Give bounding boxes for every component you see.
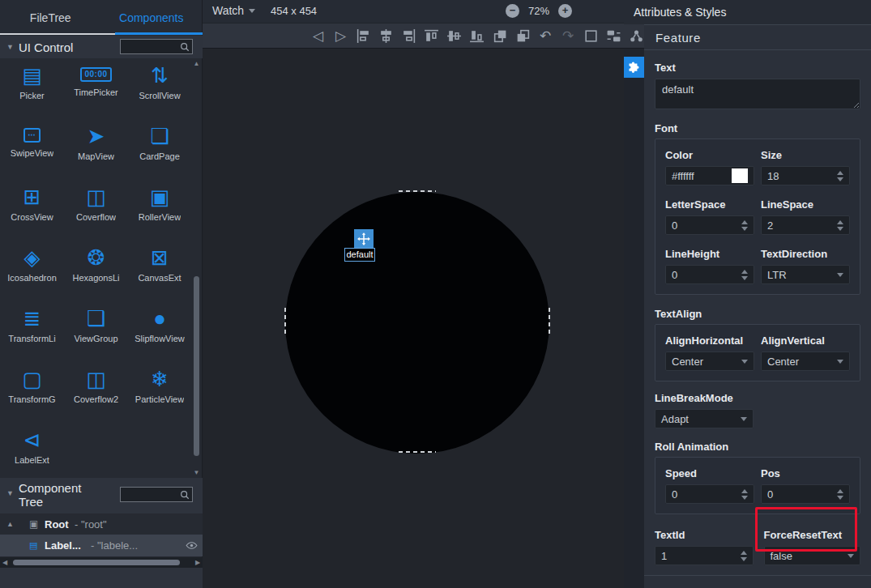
alignvertical-dropdown[interactable]: Center bbox=[761, 352, 850, 371]
palette-item-particleview[interactable]: ❄ParticleView bbox=[128, 362, 191, 423]
palette-item-timepicker[interactable]: 00:00TimePicker bbox=[64, 58, 128, 119]
align-bottom-icon[interactable] bbox=[469, 28, 485, 44]
collapse-triangle-icon[interactable]: ▼ bbox=[6, 489, 14, 497]
palette-item-hexagonsli[interactable]: ❂HexagonsLi bbox=[64, 241, 128, 301]
text-input[interactable]: default bbox=[655, 79, 860, 109]
palette-item-swipeview[interactable]: ⋯SwipeView bbox=[0, 119, 64, 180]
palette-item-transformg[interactable]: ▢TransformG bbox=[0, 362, 64, 423]
nav-prev-icon[interactable]: ◁ bbox=[310, 28, 326, 44]
tree-row-label[interactable]: ▤ Label... - "labele... bbox=[0, 535, 203, 556]
palette-item-picker[interactable]: ▤Picker bbox=[0, 58, 64, 119]
pos-spinner[interactable]: 0 bbox=[761, 484, 850, 504]
palette-scrollbar[interactable]: ▲ ▼ bbox=[192, 59, 201, 477]
letterspace-spinner[interactable]: 0 bbox=[665, 215, 754, 235]
rollerview-icon: ▣ bbox=[150, 181, 170, 212]
send-to-back-icon[interactable] bbox=[515, 28, 531, 44]
pos-value: 0 bbox=[767, 488, 773, 501]
move-handle[interactable] bbox=[354, 229, 374, 249]
textdirection-dropdown[interactable]: LTR bbox=[761, 265, 850, 284]
spinner-arrows-icon[interactable] bbox=[837, 171, 843, 181]
spinner-arrows-icon[interactable] bbox=[741, 489, 748, 500]
palette-item-cardpage[interactable]: ❏CardPage bbox=[128, 119, 191, 180]
visibility-eye-icon[interactable] bbox=[186, 540, 198, 552]
redo-icon[interactable]: ↷ bbox=[561, 28, 576, 44]
size-spinner[interactable]: 18 bbox=[761, 166, 850, 185]
scroll-up-icon[interactable]: ▲ bbox=[192, 60, 201, 67]
swap-widgets-icon[interactable] bbox=[606, 28, 621, 44]
forceresettext-dropdown[interactable]: false bbox=[764, 546, 861, 565]
bring-to-front-icon[interactable] bbox=[493, 28, 508, 44]
labelext-icon: ⊲ bbox=[23, 424, 41, 455]
palette-item-canvasext[interactable]: ⊠CanvasExt bbox=[128, 241, 191, 301]
align-middle-vertical-icon[interactable] bbox=[446, 28, 462, 44]
color-input[interactable]: #ffffff bbox=[665, 166, 754, 185]
linebreakmode-dropdown[interactable]: Adapt bbox=[655, 409, 754, 428]
label-widget[interactable]: default bbox=[344, 248, 375, 262]
font-label: Font bbox=[655, 122, 860, 134]
component-tree-header[interactable]: ▼ Component Tree bbox=[0, 478, 203, 513]
zoom-out-button[interactable]: − bbox=[506, 4, 519, 18]
scroll-left-icon[interactable]: ◀ bbox=[0, 557, 10, 568]
ui-control-search-input[interactable] bbox=[121, 42, 180, 52]
linespace-spinner[interactable]: 2 bbox=[761, 215, 850, 235]
canvas-topbar: Watch 454 x 454 − 72% + bbox=[203, 0, 644, 23]
spinner-arrows-icon[interactable] bbox=[837, 489, 843, 500]
undo-icon[interactable]: ↶ bbox=[538, 28, 553, 44]
lineheight-spinner[interactable]: 0 bbox=[665, 265, 754, 284]
palette-item-icosahedron[interactable]: ◈Icosahedron bbox=[0, 241, 64, 301]
textdirection-label: TextDirection bbox=[761, 248, 850, 260]
palette-item-rollerview[interactable]: ▣RollerView bbox=[128, 180, 191, 241]
align-right-icon[interactable] bbox=[401, 28, 416, 44]
zoom-in-button[interactable]: + bbox=[558, 4, 572, 18]
feature-tab[interactable] bbox=[624, 57, 644, 78]
palette-item-coverflow[interactable]: ◫Coverflow bbox=[64, 180, 128, 241]
watch-dropdown[interactable]: Watch bbox=[212, 4, 255, 17]
align-center-horizontal-icon[interactable] bbox=[378, 28, 394, 44]
palette-item-scrollview[interactable]: ⇅ScrollView bbox=[128, 58, 191, 119]
spinner-arrows-icon[interactable] bbox=[837, 220, 843, 231]
ui-control-search[interactable] bbox=[120, 39, 193, 54]
selection-rect-icon[interactable] bbox=[583, 28, 599, 44]
root-screen-circle[interactable] bbox=[285, 192, 549, 454]
scroll-right-icon[interactable]: ▶ bbox=[193, 557, 203, 568]
scrollbar-thumb[interactable] bbox=[194, 276, 199, 456]
palette-item-slipflowview[interactable]: ●SlipflowView bbox=[128, 301, 191, 362]
textid-spinner[interactable]: 1 bbox=[655, 546, 754, 565]
tab-components[interactable]: Components bbox=[101, 11, 203, 24]
palette-item-label: CanvasExt bbox=[138, 273, 181, 283]
linespace-label: LineSpace bbox=[761, 198, 850, 211]
align-left-icon[interactable] bbox=[356, 28, 371, 44]
palette-item-coverflow2[interactable]: ◫Coverflow2 bbox=[64, 362, 128, 423]
align-top-icon[interactable] bbox=[424, 28, 439, 44]
palette-item-labelext[interactable]: ⊲LabelExt bbox=[0, 423, 64, 478]
spinner-arrows-icon[interactable] bbox=[741, 270, 748, 280]
palette-item-mapview[interactable]: ➤MapView bbox=[64, 119, 128, 180]
palette-item-crossview[interactable]: ⊞CrossView bbox=[0, 180, 64, 241]
component-tree-title: Component Tree bbox=[19, 478, 82, 509]
coverflow-icon: ◫ bbox=[86, 181, 106, 212]
attributes-styles-title: Attributes & Styles bbox=[624, 0, 871, 24]
palette-item-label: Coverflow bbox=[76, 212, 116, 222]
tab-filetree[interactable]: FileTree bbox=[0, 11, 101, 24]
design-canvas[interactable]: default bbox=[203, 49, 624, 588]
collapse-triangle-icon[interactable]: ▼ bbox=[6, 43, 14, 51]
tree-search[interactable] bbox=[120, 487, 193, 502]
tree-row-root[interactable]: ▲ ▣ Root - "root" bbox=[0, 513, 203, 535]
spinner-arrows-icon[interactable] bbox=[741, 220, 748, 231]
spinner-arrows-icon[interactable] bbox=[741, 551, 747, 561]
node-group-icon[interactable] bbox=[629, 28, 644, 44]
palette-item-transformli[interactable]: ≣TransformLi bbox=[0, 301, 64, 362]
palette-item-viewgroup[interactable]: ❑ViewGroup bbox=[64, 301, 128, 362]
expander-icon[interactable]: ▲ bbox=[6, 520, 14, 528]
tab-underline bbox=[0, 33, 115, 35]
color-swatch[interactable] bbox=[732, 168, 748, 183]
nav-next-icon[interactable]: ▷ bbox=[333, 28, 348, 44]
ui-control-header[interactable]: ▼ UI Control bbox=[0, 36, 203, 58]
tree-search-input[interactable] bbox=[121, 490, 180, 500]
tree-horizontal-scrollbar[interactable]: ◀ ▶ bbox=[0, 557, 203, 568]
speed-spinner[interactable]: 0 bbox=[665, 484, 754, 504]
alignhorizontal-dropdown[interactable]: Center bbox=[665, 352, 754, 371]
scroll-down-icon[interactable]: ▼ bbox=[192, 469, 201, 476]
scrollbar-thumb[interactable] bbox=[13, 560, 180, 565]
chevron-down-icon bbox=[837, 360, 843, 364]
